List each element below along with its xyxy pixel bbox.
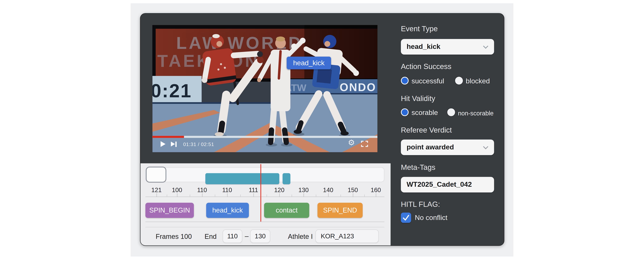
ruler-tick-minor xyxy=(214,195,215,197)
event-label-overlay: head_kick xyxy=(287,57,331,69)
ruler-tick xyxy=(177,193,178,197)
radio-blocked[interactable] xyxy=(455,77,463,84)
chevron-down-icon xyxy=(483,44,488,49)
radio-scorable[interactable] xyxy=(401,108,408,116)
ruler-tick xyxy=(376,193,376,197)
event-type-label: Event Type xyxy=(401,24,500,33)
annotation-app: LAW WORLD TAEKWON 0:21 ATW ONDO xyxy=(0,0,644,271)
ruler-tick-minor xyxy=(291,195,292,197)
chevron-down-icon xyxy=(483,144,488,149)
end-label: End xyxy=(204,233,216,240)
ruler-tick-minor xyxy=(316,195,316,197)
frame-label: 120 xyxy=(269,186,290,193)
radio-non-scorable-label[interactable]: non-scorable xyxy=(458,109,494,116)
video-player[interactable]: LAW WORLD TAEKWON 0:21 ATW ONDO xyxy=(152,25,378,152)
timeline-segment-main[interactable] xyxy=(206,173,280,184)
match-clock: 0:21 xyxy=(152,80,192,101)
frame-label: 160 xyxy=(366,186,386,193)
ruler-tick xyxy=(328,193,329,197)
video-frame-illustration: LAW WORLD TAEKWON 0:21 ATW ONDO xyxy=(152,25,378,152)
frame-label: 110 xyxy=(192,186,212,193)
arena-banner: LAW WORLD TAEKWON xyxy=(156,25,378,82)
divider xyxy=(145,222,384,222)
radio-scorable-label[interactable]: scorable xyxy=(412,109,438,117)
play-icon[interactable] xyxy=(160,141,166,147)
ruler-tick xyxy=(254,193,254,197)
range-start-input[interactable]: 110 xyxy=(222,229,242,243)
referee-verdict-value: point awarded xyxy=(407,140,454,155)
frame-label: 150 xyxy=(342,186,363,193)
frame-label: 121 xyxy=(146,186,167,193)
athlete-label: Athlete I xyxy=(288,233,313,240)
timeline-segment-small[interactable] xyxy=(282,173,290,184)
annotation-window: LAW WORLD TAEKWON 0:21 ATW ONDO xyxy=(140,13,504,246)
hit-validity-label: Hit Validity xyxy=(401,94,500,103)
hitl-checkbox[interactable] xyxy=(401,213,411,223)
video-progress-fill xyxy=(152,136,184,138)
video-progress-bar[interactable] xyxy=(152,136,378,138)
divider xyxy=(145,227,384,227)
check-icon xyxy=(402,214,410,222)
ruler-tick xyxy=(279,193,280,197)
ruler-tick-minor xyxy=(190,195,190,197)
action-success-label: Action Success xyxy=(401,62,500,71)
sponsor-text: ONDO xyxy=(340,81,376,93)
tag-spin-begin[interactable]: SPIN_BEGIN xyxy=(145,203,194,218)
frames-label: Frames 100 xyxy=(156,233,192,240)
radio-successful[interactable] xyxy=(401,77,408,84)
athlete-id-input[interactable]: KOR_A123 xyxy=(316,229,379,243)
referee-verdict-dropdown[interactable]: point awarded xyxy=(401,140,494,155)
hitl-checkbox-label[interactable]: No conflict xyxy=(415,214,448,222)
ruler-tick-minor xyxy=(167,195,167,197)
timeline-handle[interactable] xyxy=(146,167,166,183)
frame-ruler: 121100110110111120130140150160 xyxy=(145,186,384,194)
ruler-tick-minor xyxy=(266,195,267,197)
meta-tags-input[interactable]: WT2025_Cadet_042 xyxy=(401,177,494,192)
tag-contact[interactable]: contact xyxy=(264,203,309,218)
radio-successful-label[interactable]: successful xyxy=(412,77,444,85)
skip-triangle xyxy=(171,142,175,146)
skip-next-icon[interactable] xyxy=(171,142,178,147)
skip-bar xyxy=(176,142,177,147)
ruler-tick xyxy=(227,193,228,197)
playhead-line[interactable] xyxy=(260,164,261,222)
tick-row xyxy=(145,193,384,197)
radio-blocked-label[interactable]: blocked xyxy=(466,77,490,85)
ruler-tick-minor xyxy=(364,195,365,197)
gear-icon[interactable]: ⚙ xyxy=(348,139,355,146)
ruler-tick xyxy=(304,193,304,197)
video-timestamp: 01:31 / 02:51 xyxy=(183,142,214,147)
ruler-tick xyxy=(156,193,157,197)
ruler-tick-minor xyxy=(340,195,341,197)
tag-spin-end[interactable]: SPIN_END xyxy=(318,203,363,218)
scoreboard: 0:21 xyxy=(152,76,202,104)
radio-non-scorable[interactable] xyxy=(447,108,455,116)
ruler-tick xyxy=(202,193,202,197)
timeline-panel: 121100110110111120130140150160 SPIN_BEGI… xyxy=(140,163,390,246)
timeline-track[interactable] xyxy=(145,167,384,182)
meta-tags-label: Meta-Tags xyxy=(401,163,500,172)
event-type-dropdown[interactable]: head_kick xyxy=(401,39,494,55)
tag-head-kick[interactable]: head_kick xyxy=(206,203,249,218)
ruler-tick-minor xyxy=(240,195,241,197)
frame-label: 110 xyxy=(217,186,238,193)
range-end-input[interactable]: 130 xyxy=(250,229,270,243)
event-tag-row: SPIN_BEGIN head_kick contact SPIN_END xyxy=(145,203,384,218)
referee-verdict-label: Referee Verdict xyxy=(401,126,500,135)
range-dash: – xyxy=(245,232,248,240)
event-type-value: head_kick xyxy=(407,39,440,55)
frame-label: 130 xyxy=(293,186,314,193)
hitl-flag-label: HITL FLAG: xyxy=(401,200,500,209)
frame-label: 140 xyxy=(318,186,338,193)
ruler-tick xyxy=(353,193,353,197)
frame-label: 100 xyxy=(167,186,187,193)
